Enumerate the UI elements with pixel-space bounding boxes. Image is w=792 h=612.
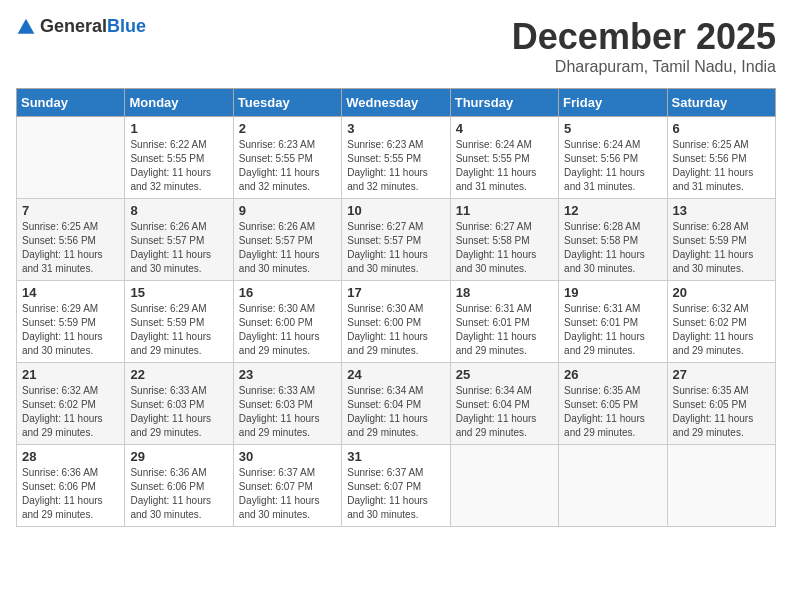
day-number: 30 [239, 449, 336, 464]
day-number: 14 [22, 285, 119, 300]
day-number: 20 [673, 285, 770, 300]
calendar: SundayMondayTuesdayWednesdayThursdayFrid… [16, 88, 776, 527]
day-number: 10 [347, 203, 444, 218]
calendar-cell: 3Sunrise: 6:23 AM Sunset: 5:55 PM Daylig… [342, 117, 450, 199]
day-info: Sunrise: 6:26 AM Sunset: 5:57 PM Dayligh… [239, 220, 336, 276]
day-info: Sunrise: 6:24 AM Sunset: 5:56 PM Dayligh… [564, 138, 661, 194]
day-number: 9 [239, 203, 336, 218]
day-info: Sunrise: 6:31 AM Sunset: 6:01 PM Dayligh… [564, 302, 661, 358]
week-row-4: 21Sunrise: 6:32 AM Sunset: 6:02 PM Dayli… [17, 363, 776, 445]
calendar-cell: 10Sunrise: 6:27 AM Sunset: 5:57 PM Dayli… [342, 199, 450, 281]
day-info: Sunrise: 6:32 AM Sunset: 6:02 PM Dayligh… [22, 384, 119, 440]
weekday-header-sunday: Sunday [17, 89, 125, 117]
day-number: 12 [564, 203, 661, 218]
day-info: Sunrise: 6:27 AM Sunset: 5:58 PM Dayligh… [456, 220, 553, 276]
weekday-header-row: SundayMondayTuesdayWednesdayThursdayFrid… [17, 89, 776, 117]
day-info: Sunrise: 6:22 AM Sunset: 5:55 PM Dayligh… [130, 138, 227, 194]
calendar-cell: 14Sunrise: 6:29 AM Sunset: 5:59 PM Dayli… [17, 281, 125, 363]
day-info: Sunrise: 6:36 AM Sunset: 6:06 PM Dayligh… [22, 466, 119, 522]
weekday-header-saturday: Saturday [667, 89, 775, 117]
weekday-header-monday: Monday [125, 89, 233, 117]
calendar-cell: 29Sunrise: 6:36 AM Sunset: 6:06 PM Dayli… [125, 445, 233, 527]
day-info: Sunrise: 6:24 AM Sunset: 5:55 PM Dayligh… [456, 138, 553, 194]
title-area: December 2025 Dharapuram, Tamil Nadu, In… [512, 16, 776, 76]
day-number: 19 [564, 285, 661, 300]
calendar-cell: 6Sunrise: 6:25 AM Sunset: 5:56 PM Daylig… [667, 117, 775, 199]
calendar-cell [450, 445, 558, 527]
day-info: Sunrise: 6:33 AM Sunset: 6:03 PM Dayligh… [130, 384, 227, 440]
logo-text-general: General [40, 16, 107, 36]
day-number: 24 [347, 367, 444, 382]
day-number: 8 [130, 203, 227, 218]
calendar-cell: 16Sunrise: 6:30 AM Sunset: 6:00 PM Dayli… [233, 281, 341, 363]
day-info: Sunrise: 6:35 AM Sunset: 6:05 PM Dayligh… [673, 384, 770, 440]
week-row-3: 14Sunrise: 6:29 AM Sunset: 5:59 PM Dayli… [17, 281, 776, 363]
day-info: Sunrise: 6:34 AM Sunset: 6:04 PM Dayligh… [456, 384, 553, 440]
calendar-cell: 11Sunrise: 6:27 AM Sunset: 5:58 PM Dayli… [450, 199, 558, 281]
weekday-header-wednesday: Wednesday [342, 89, 450, 117]
calendar-cell: 31Sunrise: 6:37 AM Sunset: 6:07 PM Dayli… [342, 445, 450, 527]
calendar-cell: 13Sunrise: 6:28 AM Sunset: 5:59 PM Dayli… [667, 199, 775, 281]
week-row-5: 28Sunrise: 6:36 AM Sunset: 6:06 PM Dayli… [17, 445, 776, 527]
day-number: 6 [673, 121, 770, 136]
calendar-cell: 5Sunrise: 6:24 AM Sunset: 5:56 PM Daylig… [559, 117, 667, 199]
day-info: Sunrise: 6:37 AM Sunset: 6:07 PM Dayligh… [347, 466, 444, 522]
calendar-cell: 28Sunrise: 6:36 AM Sunset: 6:06 PM Dayli… [17, 445, 125, 527]
day-info: Sunrise: 6:29 AM Sunset: 5:59 PM Dayligh… [130, 302, 227, 358]
day-info: Sunrise: 6:29 AM Sunset: 5:59 PM Dayligh… [22, 302, 119, 358]
day-number: 15 [130, 285, 227, 300]
calendar-cell: 4Sunrise: 6:24 AM Sunset: 5:55 PM Daylig… [450, 117, 558, 199]
day-number: 16 [239, 285, 336, 300]
day-number: 31 [347, 449, 444, 464]
calendar-cell: 30Sunrise: 6:37 AM Sunset: 6:07 PM Dayli… [233, 445, 341, 527]
calendar-cell: 20Sunrise: 6:32 AM Sunset: 6:02 PM Dayli… [667, 281, 775, 363]
header: GeneralBlue December 2025 Dharapuram, Ta… [16, 16, 776, 76]
day-number: 5 [564, 121, 661, 136]
day-info: Sunrise: 6:27 AM Sunset: 5:57 PM Dayligh… [347, 220, 444, 276]
week-row-2: 7Sunrise: 6:25 AM Sunset: 5:56 PM Daylig… [17, 199, 776, 281]
day-info: Sunrise: 6:34 AM Sunset: 6:04 PM Dayligh… [347, 384, 444, 440]
day-number: 28 [22, 449, 119, 464]
weekday-header-tuesday: Tuesday [233, 89, 341, 117]
day-info: Sunrise: 6:25 AM Sunset: 5:56 PM Dayligh… [22, 220, 119, 276]
calendar-cell: 2Sunrise: 6:23 AM Sunset: 5:55 PM Daylig… [233, 117, 341, 199]
day-number: 26 [564, 367, 661, 382]
day-number: 2 [239, 121, 336, 136]
day-number: 18 [456, 285, 553, 300]
calendar-cell: 21Sunrise: 6:32 AM Sunset: 6:02 PM Dayli… [17, 363, 125, 445]
logo: GeneralBlue [16, 16, 146, 37]
calendar-cell: 9Sunrise: 6:26 AM Sunset: 5:57 PM Daylig… [233, 199, 341, 281]
day-number: 4 [456, 121, 553, 136]
svg-marker-0 [18, 18, 35, 33]
calendar-cell: 12Sunrise: 6:28 AM Sunset: 5:58 PM Dayli… [559, 199, 667, 281]
calendar-cell [667, 445, 775, 527]
location-title: Dharapuram, Tamil Nadu, India [512, 58, 776, 76]
day-info: Sunrise: 6:32 AM Sunset: 6:02 PM Dayligh… [673, 302, 770, 358]
calendar-cell: 1Sunrise: 6:22 AM Sunset: 5:55 PM Daylig… [125, 117, 233, 199]
weekday-header-thursday: Thursday [450, 89, 558, 117]
calendar-cell [559, 445, 667, 527]
day-number: 11 [456, 203, 553, 218]
weekday-header-friday: Friday [559, 89, 667, 117]
day-number: 25 [456, 367, 553, 382]
calendar-cell: 27Sunrise: 6:35 AM Sunset: 6:05 PM Dayli… [667, 363, 775, 445]
day-info: Sunrise: 6:37 AM Sunset: 6:07 PM Dayligh… [239, 466, 336, 522]
day-number: 17 [347, 285, 444, 300]
day-number: 29 [130, 449, 227, 464]
day-info: Sunrise: 6:33 AM Sunset: 6:03 PM Dayligh… [239, 384, 336, 440]
day-info: Sunrise: 6:36 AM Sunset: 6:06 PM Dayligh… [130, 466, 227, 522]
day-info: Sunrise: 6:28 AM Sunset: 5:59 PM Dayligh… [673, 220, 770, 276]
day-info: Sunrise: 6:31 AM Sunset: 6:01 PM Dayligh… [456, 302, 553, 358]
calendar-cell: 8Sunrise: 6:26 AM Sunset: 5:57 PM Daylig… [125, 199, 233, 281]
calendar-cell: 26Sunrise: 6:35 AM Sunset: 6:05 PM Dayli… [559, 363, 667, 445]
calendar-cell: 17Sunrise: 6:30 AM Sunset: 6:00 PM Dayli… [342, 281, 450, 363]
day-info: Sunrise: 6:30 AM Sunset: 6:00 PM Dayligh… [347, 302, 444, 358]
day-info: Sunrise: 6:28 AM Sunset: 5:58 PM Dayligh… [564, 220, 661, 276]
calendar-cell: 7Sunrise: 6:25 AM Sunset: 5:56 PM Daylig… [17, 199, 125, 281]
week-row-1: 1Sunrise: 6:22 AM Sunset: 5:55 PM Daylig… [17, 117, 776, 199]
day-number: 13 [673, 203, 770, 218]
day-info: Sunrise: 6:25 AM Sunset: 5:56 PM Dayligh… [673, 138, 770, 194]
logo-icon [16, 17, 36, 37]
calendar-cell: 19Sunrise: 6:31 AM Sunset: 6:01 PM Dayli… [559, 281, 667, 363]
calendar-cell: 15Sunrise: 6:29 AM Sunset: 5:59 PM Dayli… [125, 281, 233, 363]
